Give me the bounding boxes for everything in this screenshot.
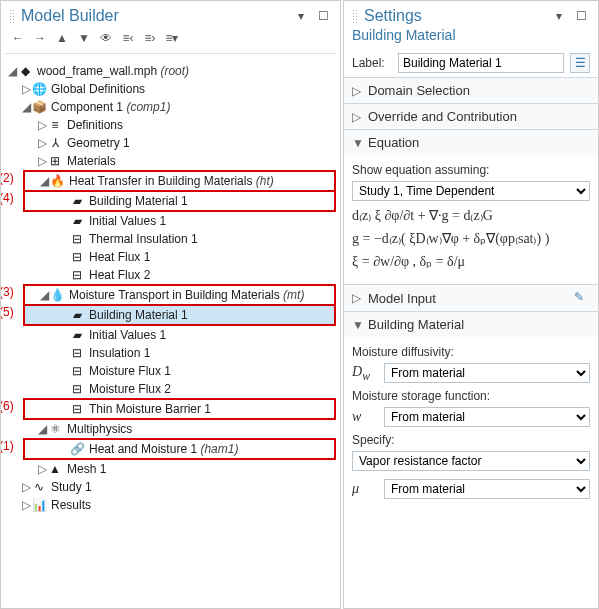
section-model-input[interactable]: ▷ Model Input ✎	[344, 284, 598, 311]
drag-handle-icon[interactable]	[352, 9, 358, 23]
equation-1: d₍z₎ ξ ∂φ/∂t + ∇·g = d₍z₎G	[352, 207, 590, 224]
mu-select[interactable]: From material	[384, 479, 590, 499]
panel-menu-icon[interactable]: ☐	[314, 7, 332, 25]
heat-icon: 🔥	[49, 173, 65, 189]
chevron-down-icon: ▼	[352, 318, 362, 332]
tree-moisture-transport[interactable]: ◢💧 Moisture Transport in Building Materi…	[25, 286, 334, 304]
more-icon[interactable]: ▾	[550, 7, 568, 25]
tree-mt-moisture-flux-1[interactable]: ⊟Moisture Flux 1	[1, 362, 340, 380]
tree-materials[interactable]: ▷⊞ Materials	[1, 152, 340, 170]
edit-icon[interactable]: ✎	[574, 290, 590, 306]
collapse-icon[interactable]: ≡‹	[119, 29, 137, 47]
annotation-4: (4)	[1, 191, 14, 205]
material-node-icon: ▰	[69, 213, 85, 229]
drag-handle-icon[interactable]	[9, 9, 15, 23]
model-builder-panel: Model Builder ▾ ☐ ← → ▲ ▼ 👁 ≡‹ ≡› ≡▾ ◢ ◆…	[0, 0, 341, 609]
material-node-icon: ▰	[69, 327, 85, 343]
more-icon[interactable]: ▾	[292, 7, 310, 25]
expand-icon[interactable]: ≡›	[141, 29, 159, 47]
expander-icon[interactable]: ▷	[21, 82, 31, 96]
moisture-storage-label: Moisture storage function:	[352, 389, 590, 403]
tree-mesh[interactable]: ▷▲Mesh 1	[1, 460, 340, 478]
model-tree[interactable]: ◢ ◆ wood_frame_wall.mph (root) ▷ 🌐 Globa…	[1, 58, 340, 518]
tree-ht-heat-flux-2[interactable]: ⊟Heat Flux 2	[1, 266, 340, 284]
up-icon[interactable]: ▲	[53, 29, 71, 47]
tree-mt-insulation[interactable]: ⊟Insulation 1	[1, 344, 340, 362]
tree-component[interactable]: ◢ 📦 Component 1 (comp1)	[1, 98, 340, 116]
w-symbol: w	[352, 409, 376, 425]
component-icon: 📦	[31, 99, 47, 115]
specify-select[interactable]: Vapor resistance factor	[352, 451, 590, 471]
model-builder-header: Model Builder ▾ ☐	[1, 1, 340, 27]
study-icon: ∿	[31, 479, 47, 495]
tree-definitions[interactable]: ▷≡ Definitions	[1, 116, 340, 134]
equation-2: g = −d₍z₎( ξD₍w₎∇φ + δₚ∇(φp₍sat₎) )	[352, 230, 590, 247]
equation-3: ξ = ∂w/∂φ , δₚ = δ/μ	[352, 253, 590, 270]
coupling-icon: 🔗	[69, 441, 85, 457]
label-label: Label:	[352, 56, 392, 70]
tree-ht-heat-flux-1[interactable]: ⊟Heat Flux 1	[1, 248, 340, 266]
tree-multiphysics[interactable]: ◢⚛Multiphysics	[1, 420, 340, 438]
tree-mt-initial-values[interactable]: ▰Initial Values 1	[1, 326, 340, 344]
w-select[interactable]: From material	[384, 407, 590, 427]
tree-study[interactable]: ▷∿Study 1	[1, 478, 340, 496]
tree-global-definitions[interactable]: ▷ 🌐 Global Definitions	[1, 80, 340, 98]
section-equation[interactable]: ▼ Equation	[344, 129, 598, 155]
settings-subtitle: Building Material	[344, 27, 598, 49]
annotation-3: (3)	[1, 285, 14, 299]
mesh-icon: ▲	[47, 461, 63, 477]
materials-icon: ⊞	[47, 153, 63, 169]
label-field-row: Label: ☰	[344, 49, 598, 77]
chevron-down-icon: ▼	[352, 136, 362, 150]
tree-mt-moisture-flux-2[interactable]: ⊟Moisture Flux 2	[1, 380, 340, 398]
tree-results[interactable]: ▷📊Results	[1, 496, 340, 514]
back-icon[interactable]: ←	[9, 29, 27, 47]
specify-label: Specify:	[352, 433, 590, 447]
boundary-icon: ⊟	[69, 345, 85, 361]
tree-ht-initial-values[interactable]: ▰Initial Values 1	[1, 212, 340, 230]
annotation-6: (6)	[1, 399, 14, 413]
boundary-icon: ⊟	[69, 267, 85, 283]
go-to-source-icon[interactable]: ☰	[570, 53, 590, 73]
tree-mt-building-material[interactable]: ▰ Building Material 1	[25, 306, 334, 324]
study-select[interactable]: Study 1, Time Dependent	[352, 181, 590, 201]
forward-icon[interactable]: →	[31, 29, 49, 47]
boundary-icon: ⊟	[69, 381, 85, 397]
moisture-icon: 💧	[49, 287, 65, 303]
down-icon[interactable]: ▼	[75, 29, 93, 47]
dw-select[interactable]: From material	[384, 363, 590, 383]
annotation-5: (5)	[1, 305, 14, 319]
list-icon[interactable]: ≡▾	[163, 29, 181, 47]
expander-icon[interactable]: ◢	[7, 64, 17, 78]
label-input[interactable]	[398, 53, 564, 73]
show-icon[interactable]: 👁	[97, 29, 115, 47]
annotation-1: (1)	[1, 439, 14, 453]
moisture-diffusivity-label: Moisture diffusivity:	[352, 345, 590, 359]
show-equation-label: Show equation assuming:	[352, 163, 590, 177]
tree-mt-thin-barrier[interactable]: ⊟Thin Moisture Barrier 1	[25, 400, 334, 418]
chevron-right-icon: ▷	[352, 110, 362, 124]
model-builder-toolbar: ← → ▲ ▼ 👁 ≡‹ ≡› ≡▾	[1, 27, 340, 49]
section-domain-selection[interactable]: ▷ Domain Selection	[344, 77, 598, 103]
section-building-material[interactable]: ▼ Building Material	[344, 311, 598, 337]
boundary-icon: ⊟	[69, 401, 85, 417]
model-icon: ◆	[17, 63, 33, 79]
boundary-icon: ⊟	[69, 363, 85, 379]
building-material-body: Moisture diffusivity: Dw From material M…	[344, 337, 598, 513]
tree-heat-and-moisture[interactable]: 🔗Heat and Moisture 1 (ham1)	[25, 440, 334, 458]
tree-geometry[interactable]: ▷⅄ Geometry 1	[1, 134, 340, 152]
settings-header: Settings ▾ ☐	[344, 1, 598, 27]
tree-heat-transfer[interactable]: ◢🔥 Heat Transfer in Building Materials (…	[25, 172, 334, 190]
settings-panel: Settings ▾ ☐ Building Material Label: ☰ …	[343, 0, 599, 609]
defs-icon: ≡	[47, 117, 63, 133]
tree-ht-building-material[interactable]: ▰ Building Material 1	[25, 192, 334, 210]
tree-root[interactable]: ◢ ◆ wood_frame_wall.mph (root)	[1, 62, 340, 80]
panel-menu-icon[interactable]: ☐	[572, 7, 590, 25]
material-node-icon: ▰	[69, 307, 85, 323]
expander-icon[interactable]: ◢	[21, 100, 31, 114]
multiphysics-icon: ⚛	[47, 421, 63, 437]
section-override[interactable]: ▷ Override and Contribution	[344, 103, 598, 129]
model-builder-title: Model Builder	[21, 7, 292, 25]
tree-ht-thermal-insulation[interactable]: ⊟Thermal Insulation 1	[1, 230, 340, 248]
material-node-icon: ▰	[69, 193, 85, 209]
